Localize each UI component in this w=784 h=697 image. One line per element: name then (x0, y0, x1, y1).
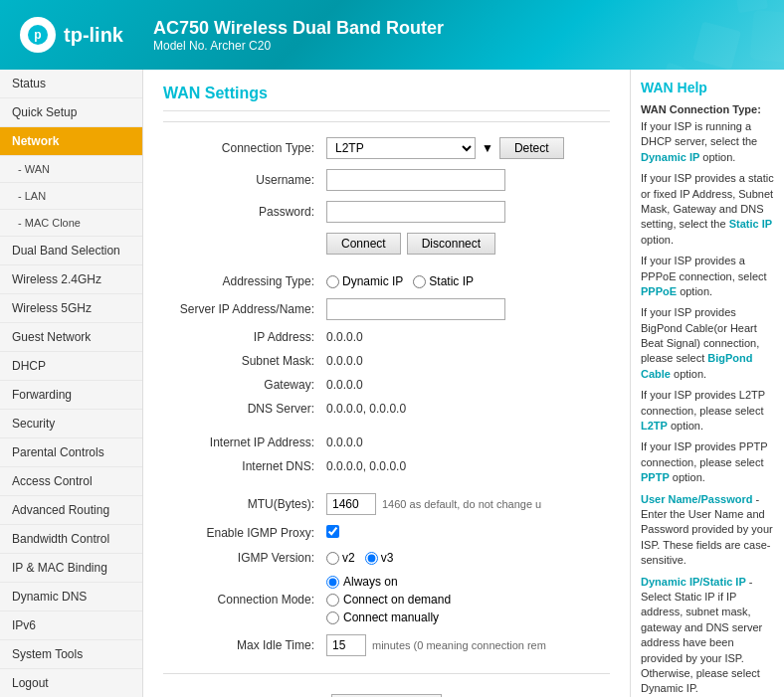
help-para-6: If your ISP provides PPTP connection, pl… (641, 439, 774, 485)
internet-dns-label: Internet DNS: (163, 454, 322, 478)
connection-mode-label: Connection Mode: (163, 570, 322, 629)
help-para-5: If your ISP provides L2TP connection, pl… (641, 388, 774, 434)
connect-button[interactable]: Connect (326, 233, 401, 255)
help-para-1: If your ISP is running a DHCP server, se… (641, 119, 774, 165)
section-title: WAN Settings (163, 85, 610, 111)
server-ip-label: Server IP Address/Name: (163, 293, 322, 325)
igmp-version-group: v2 v3 (326, 551, 606, 565)
sidebar-item-access-control[interactable]: Access Control (0, 467, 142, 496)
content-area: WAN Settings Connection Type: L2TP ▼ Det… (143, 70, 630, 697)
sidebar-item-dhcp[interactable]: DHCP (0, 352, 142, 381)
gateway-value: 0.0.0.0 (326, 378, 363, 392)
sidebar-item-guest-network[interactable]: Guest Network (0, 323, 142, 352)
on-demand-radio[interactable] (326, 594, 339, 607)
manually-radio[interactable] (326, 611, 339, 624)
sidebar-item-wireless-24[interactable]: Wireless 2.4GHz (0, 265, 142, 294)
internet-ip-label: Internet IP Address: (163, 431, 322, 454)
static-ip-radio[interactable] (413, 275, 426, 288)
sidebar-item-mac-clone[interactable]: - MAC Clone (0, 210, 142, 237)
igmp-v3-radio[interactable] (365, 552, 378, 565)
igmp-proxy-checkbox[interactable] (326, 525, 339, 538)
header-title-block: AC750 Wireless Dual Band Router Model No… (153, 18, 444, 53)
ip-address-value: 0.0.0.0 (326, 330, 363, 344)
igmp-v3-option[interactable]: v3 (365, 551, 394, 565)
sidebar-item-ip-mac[interactable]: IP & MAC Binding (0, 554, 142, 583)
subnet-mask-label: Subnet Mask: (163, 349, 322, 373)
main-layout: Status Quick Setup Network - WAN - LAN -… (0, 70, 784, 697)
sidebar-item-wan[interactable]: - WAN (0, 156, 142, 183)
mtu-input[interactable]: 1460 (326, 493, 376, 515)
igmp-version-label: IGMP Version: (163, 546, 322, 570)
help-para-3: If your ISP provides a PPPoE connection,… (641, 254, 774, 299)
svg-rect-2 (692, 21, 741, 70)
sidebar-item-bandwidth[interactable]: Bandwidth Control (0, 525, 142, 554)
igmp-v2-radio[interactable] (326, 552, 339, 565)
internet-dns-value: 0.0.0.0, 0.0.0.0 (326, 459, 406, 473)
help-title: WAN Help (641, 80, 774, 95)
manually-option[interactable]: Connect manually (326, 610, 606, 624)
max-idle-note: minutes (0 meaning connection rem (372, 639, 546, 651)
save-row: Save (163, 684, 610, 697)
dns-server-label: DNS Server: (163, 397, 322, 421)
model-number: Model No. Archer C20 (153, 39, 444, 53)
username-label: Username: (163, 164, 322, 196)
router-name: AC750 Wireless Dual Band Router (153, 18, 444, 39)
sidebar-item-network[interactable]: Network (0, 127, 142, 156)
username-input[interactable] (326, 169, 505, 191)
sidebar-item-parental[interactable]: Parental Controls (0, 438, 142, 467)
connection-mode-group: Always on Connect on demand Connect manu… (326, 575, 606, 624)
ip-address-label: IP Address: (163, 325, 322, 349)
static-ip-option[interactable]: Static IP (413, 274, 474, 288)
server-ip-input[interactable] (326, 298, 505, 320)
internet-ip-value: 0.0.0.0 (326, 436, 363, 449)
logo-icon: p (20, 17, 56, 53)
help-para-2: If your ISP provides a static or fixed I… (641, 171, 774, 248)
sidebar-item-forwarding[interactable]: Forwarding (0, 381, 142, 410)
help-para-8: Dynamic IP/Static IP - Select Static IP … (641, 575, 774, 697)
addressing-type-label: Addressing Type: (163, 269, 322, 293)
password-label: Password: (163, 196, 322, 228)
sidebar-item-quick-setup[interactable]: Quick Setup (0, 98, 142, 127)
sidebar-item-dual-band[interactable]: Dual Band Selection (0, 237, 142, 265)
sidebar-item-dynamic-dns[interactable]: Dynamic DNS (0, 583, 142, 611)
gateway-label: Gateway: (163, 373, 322, 397)
max-idle-row: 15 minutes (0 meaning connection rem (326, 634, 606, 656)
svg-rect-4 (749, 10, 784, 64)
detect-button[interactable]: Detect (499, 137, 564, 159)
help-para-4: If your ISP provides BigPond Cable(or He… (641, 305, 774, 382)
header-decoration (585, 0, 784, 70)
svg-rect-5 (660, 62, 691, 70)
brand-name: tp-link (64, 24, 123, 47)
sidebar-item-status[interactable]: Status (0, 70, 142, 98)
header: p tp-link AC750 Wireless Dual Band Route… (0, 0, 784, 70)
help-connection-type-subtitle: WAN Connection Type: (641, 103, 774, 115)
max-idle-input[interactable]: 15 (326, 634, 366, 656)
sidebar-item-wireless-5[interactable]: Wireless 5GHz (0, 294, 142, 323)
sidebar-item-logout[interactable]: Logout (0, 669, 142, 697)
always-on-option[interactable]: Always on (326, 575, 606, 589)
logo-container: p tp-link (20, 17, 123, 53)
on-demand-option[interactable]: Connect on demand (326, 593, 606, 607)
help-para-7: User Name/Password - Enter the User Name… (641, 492, 774, 569)
sidebar-item-system-tools[interactable]: System Tools (0, 640, 142, 669)
dynamic-ip-option[interactable]: Dynamic IP (326, 274, 403, 288)
addressing-type-radio-group: Dynamic IP Static IP (326, 274, 606, 288)
sidebar-item-ipv6[interactable]: IPv6 (0, 611, 142, 640)
connection-type-label: Connection Type: (163, 132, 322, 164)
igmp-v2-option[interactable]: v2 (326, 551, 355, 565)
password-input[interactable] (326, 201, 505, 223)
dynamic-ip-radio[interactable] (326, 275, 339, 288)
disconnect-button[interactable]: Disconnect (407, 233, 495, 255)
sidebar-item-security[interactable]: Security (0, 410, 142, 438)
sidebar-item-advanced-routing[interactable]: Advanced Routing (0, 496, 142, 525)
dns-server-value: 0.0.0.0, 0.0.0.0 (326, 402, 406, 416)
wan-form: Connection Type: L2TP ▼ Detect Username: (163, 132, 610, 661)
max-idle-label: Max Idle Time: (163, 629, 322, 661)
sidebar: Status Quick Setup Network - WAN - LAN -… (0, 70, 143, 697)
connect-buttons-label (163, 228, 322, 260)
igmp-proxy-label: Enable IGMP Proxy: (163, 520, 322, 546)
connection-type-select[interactable]: L2TP (326, 137, 476, 159)
sidebar-item-lan[interactable]: - LAN (0, 183, 142, 210)
subnet-mask-value: 0.0.0.0 (326, 354, 363, 368)
always-on-radio[interactable] (326, 576, 339, 589)
